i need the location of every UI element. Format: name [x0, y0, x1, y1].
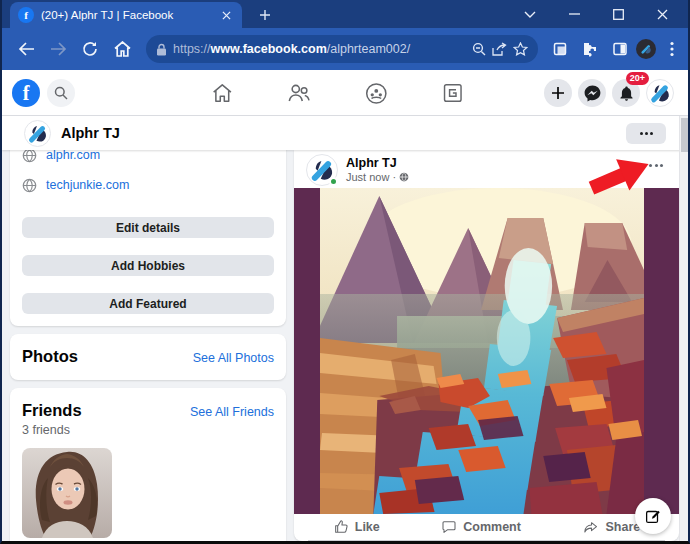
groups-tab-icon[interactable]	[363, 80, 389, 106]
create-plus-button[interactable]	[544, 79, 572, 107]
url-path: /alphrteam002/	[327, 42, 410, 56]
globe-icon	[22, 150, 37, 163]
website-link[interactable]: techjunkie.com	[46, 178, 129, 192]
url-host: www.facebook.com	[211, 42, 327, 56]
facebook-favicon-icon: f	[18, 7, 34, 23]
see-all-photos-link[interactable]: See All Photos	[193, 351, 274, 365]
friend-photo[interactable]	[22, 448, 112, 538]
compose-pencil-icon	[644, 507, 662, 525]
window-controls	[508, 0, 684, 28]
image-pillarbox-right	[644, 188, 679, 514]
fb-nav-tabs	[209, 70, 466, 116]
browser-window: f (20+) Alphr TJ | Facebook	[0, 0, 690, 544]
facebook-top-nav: f	[2, 70, 688, 116]
page-scrollbar[interactable]	[679, 116, 688, 541]
facebook-logo-icon[interactable]: f	[12, 79, 40, 107]
search-button[interactable]	[47, 79, 75, 107]
new-tab-button[interactable]	[254, 4, 276, 26]
fb-nav-left: f	[12, 70, 75, 116]
globe-icon	[22, 178, 37, 193]
like-thumb-icon	[333, 519, 349, 535]
address-bar[interactable]: https://www.facebook.com/alphrteam002/	[146, 35, 538, 63]
browser-titlebar: f (20+) Alphr TJ | Facebook	[2, 0, 688, 28]
url-scheme: https://	[173, 42, 211, 56]
feed-column: Alphr TJ Just now ·	[294, 150, 679, 541]
website-link-row[interactable]: techjunkie.com	[22, 170, 274, 200]
browser-toolbar: https://www.facebook.com/alphrteam002/	[2, 28, 688, 70]
website-link[interactable]: alphr.com	[46, 150, 100, 162]
send-share-icon[interactable]	[492, 42, 507, 56]
notifications-button[interactable]: 20+	[612, 79, 640, 107]
globe-privacy-icon	[399, 172, 409, 182]
profile-avatar[interactable]	[646, 79, 674, 107]
post-image[interactable]	[294, 188, 679, 514]
post-author-avatar[interactable]	[306, 154, 338, 186]
page-avatar[interactable]	[24, 120, 51, 147]
comment-bubble-icon	[441, 519, 457, 535]
website-link-row[interactable]: alphr.com	[22, 150, 274, 170]
side-panel-icon[interactable]	[606, 35, 634, 63]
image-pillarbox-left	[294, 188, 320, 514]
lock-icon[interactable]	[156, 43, 167, 56]
intro-card: alphr.com techjunkie.com Edit details Ad…	[10, 150, 286, 326]
add-featured-button[interactable]: Add Featured	[22, 293, 274, 314]
see-all-friends-link[interactable]: See All Friends	[190, 405, 274, 419]
profile-sidebar: alphr.com techjunkie.com Edit details Ad…	[10, 150, 286, 541]
browser-tab[interactable]: f (20+) Alphr TJ | Facebook	[10, 2, 242, 28]
puzzle-extensions-icon[interactable]	[576, 35, 604, 63]
online-status-dot	[329, 177, 338, 186]
page-subheader: Alphr TJ	[2, 116, 688, 150]
minimize-button[interactable]	[552, 0, 596, 28]
notification-badge: 20+	[626, 72, 649, 85]
comment-button[interactable]: Comment	[423, 515, 539, 539]
compose-button[interactable]	[635, 498, 671, 534]
photos-title: Photos	[22, 347, 78, 366]
home-tab-icon[interactable]	[209, 80, 235, 106]
bookmark-star-icon[interactable]	[513, 42, 528, 56]
close-window-button[interactable]	[640, 0, 684, 28]
post-author-name[interactable]: Alphr TJ	[346, 156, 409, 171]
gaming-tab-icon[interactable]	[440, 80, 466, 106]
screenshot-tool-icon[interactable]	[546, 35, 574, 63]
friends-title: Friends	[22, 401, 82, 420]
home-button[interactable]	[108, 35, 136, 63]
reload-button[interactable]	[76, 35, 104, 63]
messenger-button[interactable]	[578, 79, 606, 107]
browser-profile-avatar[interactable]	[636, 39, 656, 59]
photos-card: Photos See All Photos	[10, 334, 286, 380]
back-button[interactable]	[12, 35, 40, 63]
forward-button[interactable]	[44, 35, 72, 63]
page-more-button[interactable]	[626, 123, 666, 144]
edit-details-button[interactable]: Edit details	[22, 217, 274, 238]
url-text[interactable]: https://www.facebook.com/alphrteam002/	[173, 42, 466, 56]
friends-tab-icon[interactable]	[286, 80, 312, 106]
post-card: Alphr TJ Just now ·	[294, 150, 679, 541]
page-content: alphr.com techjunkie.com Edit details Ad…	[2, 150, 688, 541]
maximize-button[interactable]	[596, 0, 640, 28]
post-timestamp: Just now ·	[346, 171, 409, 183]
canyon-artwork	[320, 188, 644, 514]
tab-title: (20+) Alphr TJ | Facebook	[41, 9, 211, 21]
tab-close-icon[interactable]	[218, 7, 234, 23]
add-hobbies-button[interactable]: Add Hobbies	[22, 255, 274, 276]
red-arrow-annotation	[587, 156, 653, 196]
tab-search-icon[interactable]	[508, 0, 552, 28]
post-action-bar: Like Comment Share	[302, 515, 671, 539]
friends-card: Friends See All Friends 3 friends	[10, 388, 286, 541]
page-title: Alphr TJ	[61, 125, 120, 141]
kebab-menu-icon[interactable]	[658, 35, 686, 63]
fb-nav-right: 20+	[544, 70, 674, 116]
like-button[interactable]: Like	[315, 515, 398, 539]
zoom-out-icon[interactable]	[472, 42, 486, 56]
share-arrow-icon	[582, 519, 599, 535]
scrollbar-thumb[interactable]	[681, 118, 688, 152]
extensions-area	[546, 35, 686, 63]
post-divider	[308, 540, 665, 541]
friends-count: 3 friends	[22, 423, 274, 437]
